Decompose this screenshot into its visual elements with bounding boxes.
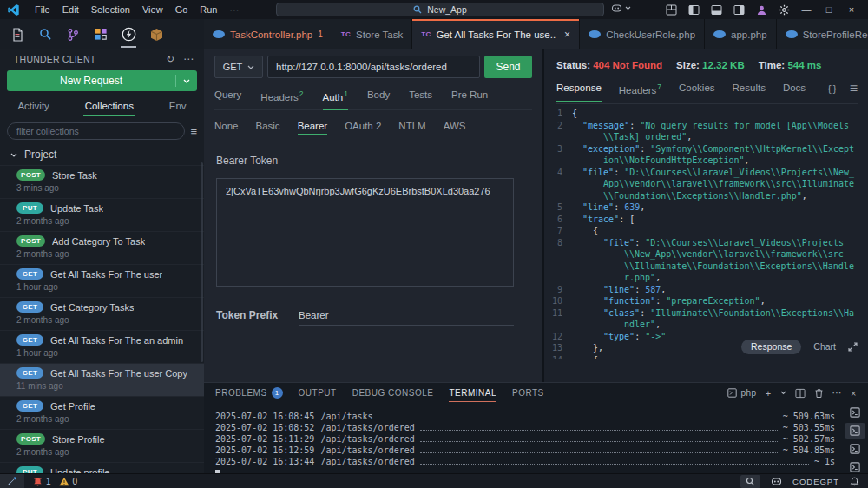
auth-type-tab[interactable]: Bearer — [298, 121, 328, 131]
send-button[interactable]: Send — [484, 56, 532, 78]
request-tab[interactable]: Tests — [409, 89, 432, 102]
codegpt-status-item[interactable]: CODEGPT — [792, 477, 839, 486]
terminal-session-item[interactable] — [845, 423, 865, 439]
response-tab[interactable]: Results — [733, 82, 766, 96]
menu-more-button[interactable]: ⋯ — [224, 4, 246, 16]
expand-icon[interactable] — [848, 342, 858, 352]
editor-tab[interactable]: Get All Tasks For The use.. × — [412, 19, 580, 49]
menu-item[interactable]: Run — [194, 4, 223, 15]
terminal-session-item[interactable] — [845, 441, 865, 457]
panel-close-icon[interactable]: × — [851, 388, 857, 399]
sidebar-nav-tab[interactable]: Collections — [83, 98, 135, 114]
request-tab[interactable]: Body — [367, 89, 390, 102]
auth-type-tab[interactable]: None — [214, 121, 239, 131]
format-json-icon[interactable]: {} — [827, 84, 838, 94]
menu-item[interactable]: File — [29, 4, 56, 15]
menu-item[interactable]: Edit — [56, 4, 85, 15]
account-icon[interactable] — [755, 3, 767, 16]
url-input[interactable] — [267, 56, 480, 78]
response-tab[interactable]: Docs — [783, 82, 806, 96]
panel-tab[interactable]: PORTS — [512, 383, 544, 403]
package-icon[interactable] — [148, 23, 165, 46]
chart-view-button[interactable]: Chart — [813, 341, 836, 353]
panel-tab[interactable]: TERMINAL — [449, 383, 496, 403]
request-list-item[interactable]: POST Store Task 3 mins ago — [0, 165, 204, 198]
menu-item[interactable]: Selection — [85, 4, 136, 15]
sidebar-nav-tab[interactable]: Env — [168, 98, 188, 114]
menu-item[interactable]: Go — [169, 4, 194, 15]
filter-collections-input[interactable] — [7, 122, 185, 140]
refresh-icon[interactable]: ↻ — [166, 53, 174, 65]
kill-terminal-icon[interactable] — [814, 388, 824, 399]
copilot-status-icon[interactable] — [771, 476, 782, 487]
sidebar-more-icon[interactable]: ⋯ — [183, 53, 194, 65]
panel-tab[interactable]: PROBLEMS1 — [215, 383, 283, 403]
editor-tab[interactable]: app.php — [705, 19, 777, 49]
auth-type-tab[interactable]: NTLM — [398, 121, 425, 131]
panel-more-icon[interactable]: ⋯ — [832, 387, 843, 399]
window-minimize-button[interactable]: — — [800, 4, 812, 15]
shell-type[interactable]: php — [727, 388, 756, 398]
collections-menu-icon[interactable]: ≡ — [190, 125, 197, 138]
request-list-item[interactable]: PUT Update profile — [0, 462, 204, 473]
sidebar-scrollbar[interactable] — [201, 162, 203, 362]
response-tab[interactable]: Headers7 — [619, 82, 661, 96]
source-control-icon[interactable] — [64, 23, 82, 46]
filter-lines-icon[interactable]: ≡ — [850, 81, 858, 96]
chevron-down-icon[interactable] — [780, 391, 786, 395]
terminal-session-item[interactable] — [845, 405, 865, 420]
method-select[interactable]: GET — [214, 56, 263, 78]
bearer-token-input[interactable]: 2|CxVaTE63vhwQbNrjrbp3JwfG6gKzU6EBrbstB0… — [216, 178, 514, 287]
settings-gear-icon[interactable] — [778, 3, 790, 16]
editor-tab[interactable]: TaskController.php 1 — [204, 19, 332, 49]
close-icon[interactable]: × — [564, 29, 570, 41]
request-tab[interactable]: Query — [214, 89, 241, 102]
window-maximize-button[interactable]: □ — [823, 4, 835, 15]
request-list-item[interactable]: GET Get All Tasks For The an admin 1 hou… — [0, 330, 204, 363]
auth-type-tab[interactable]: AWS — [444, 121, 466, 131]
request-list-item[interactable]: POST Store Profile 2 months ago — [0, 429, 204, 462]
problems-indicator[interactable]: 1 0 — [33, 477, 77, 486]
extensions-icon[interactable] — [92, 23, 109, 46]
panel-divider[interactable] — [542, 49, 544, 382]
request-tab[interactable]: Pre Run — [451, 89, 488, 102]
token-prefix-input[interactable]: Bearer — [299, 310, 514, 326]
request-list-item[interactable]: GET Get Category Tasks 2 months ago — [0, 297, 204, 330]
request-list-item[interactable]: GET Get All Tasks For The user 1 hour ag… — [0, 264, 204, 297]
editor-tab[interactable]: CheckUserRole.php — [580, 19, 705, 49]
request-list-item[interactable]: POST Add Category To Task 2 months ago — [0, 231, 204, 264]
remote-indicator[interactable] — [0, 474, 24, 488]
thunder-client-icon[interactable] — [120, 23, 137, 46]
editor-tab[interactable]: Store Task — [332, 19, 412, 49]
toggle-sidebar-icon[interactable] — [687, 3, 700, 16]
request-list-item[interactable]: GET Get Profile 2 months ago — [0, 396, 204, 429]
screencast-zoom-indicator[interactable] — [740, 475, 760, 488]
panel-tab[interactable]: OUTPUT — [299, 383, 337, 403]
explorer-icon[interactable] — [9, 23, 26, 46]
customize-layout-icon[interactable] — [665, 3, 677, 16]
request-list-item[interactable]: PUT Update Task 2 months ago — [0, 198, 204, 231]
request-list-item[interactable]: GET Get All Tasks For The user Copy 11 m… — [0, 363, 204, 396]
window-close-button[interactable]: × — [845, 4, 858, 15]
panel-tab[interactable]: DEBUG CONSOLE — [352, 383, 434, 403]
split-terminal-icon[interactable] — [795, 388, 806, 399]
menu-item[interactable]: View — [136, 4, 169, 15]
auth-type-tab[interactable]: OAuth 2 — [345, 121, 381, 131]
response-view-button[interactable]: Response — [741, 340, 801, 355]
request-tab[interactable]: Headers2 — [260, 89, 303, 102]
request-tab[interactable]: Auth1 — [323, 89, 348, 102]
new-terminal-icon[interactable]: + — [766, 388, 772, 399]
auth-type-tab[interactable]: Basic — [256, 121, 280, 131]
command-center-search[interactable]: New_App — [276, 3, 604, 16]
collection-project[interactable]: Project — [0, 144, 204, 165]
search-icon[interactable] — [36, 23, 54, 46]
new-request-button[interactable]: New Request — [7, 70, 197, 91]
notifications-bell-icon[interactable] — [850, 477, 859, 486]
editor-tab[interactable]: StoreProfileRequest.php — [777, 19, 868, 49]
sidebar-nav-tab[interactable]: Activity — [16, 98, 50, 114]
response-tab[interactable]: Response — [556, 82, 602, 96]
copilot-menu[interactable] — [611, 3, 631, 14]
toggle-panel-icon[interactable] — [710, 3, 722, 16]
toggle-secondary-sidebar-icon[interactable] — [733, 3, 745, 16]
response-tab[interactable]: Cookies — [679, 82, 715, 96]
